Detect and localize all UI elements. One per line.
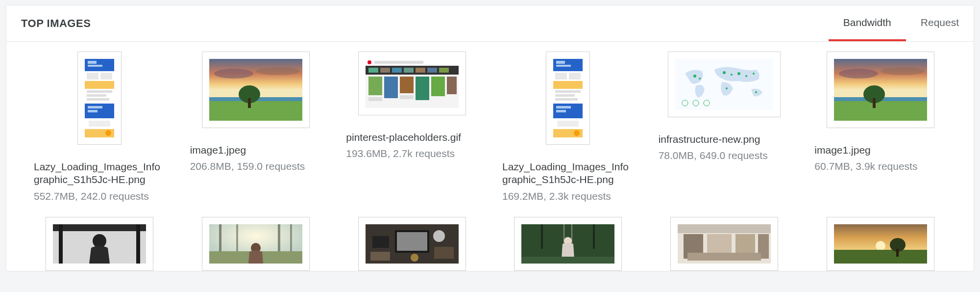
thumbnail-svg-girl-sun [209, 224, 302, 264]
svg-rect-86 [136, 224, 140, 264]
image-filename: Lazy_Loading_Images_Infographic_S1h5Jc-H… [502, 160, 634, 186]
image-card[interactable] [190, 217, 322, 271]
svg-rect-53 [555, 90, 581, 93]
image-filename: pinterest-placeholders.gif [346, 131, 478, 144]
svg-rect-98 [372, 236, 389, 248]
svg-rect-91 [278, 224, 280, 253]
svg-rect-60 [557, 121, 579, 127]
svg-point-87 [93, 234, 106, 248]
image-card[interactable]: pinterest-placeholders.gif 193.6MB, 2.7k… [346, 52, 478, 202]
image-card[interactable]: Lazy_Loading_Images_Infographic_S1h5Jc-H… [34, 52, 166, 202]
svg-rect-92 [290, 224, 292, 251]
image-card[interactable] [659, 217, 790, 271]
tab-bandwidth[interactable]: Bandwidth [829, 5, 906, 41]
image-grid: Lazy_Loading_Images_Infographic_S1h5Jc-H… [6, 42, 974, 271]
svg-rect-30 [368, 68, 378, 73]
image-filename: infrastructure-new.png [659, 133, 790, 146]
svg-rect-49 [555, 73, 567, 80]
svg-rect-35 [427, 68, 437, 73]
thumbnail-svg-desk [366, 224, 459, 264]
svg-rect-31 [380, 68, 390, 73]
image-stats: 60.7MB, 3.9k requests [814, 160, 917, 172]
thumbnail-svg-tall-page [85, 59, 114, 137]
svg-rect-82 [873, 98, 876, 108]
svg-rect-12 [88, 106, 102, 108]
tab-request[interactable]: Request [906, 5, 974, 41]
thumbnail-svg-swing [521, 224, 614, 264]
svg-rect-34 [416, 68, 425, 73]
image-card[interactable] [814, 217, 946, 271]
svg-rect-28 [374, 61, 423, 64]
image-stats: 169.2MB, 2.3k requests [502, 190, 611, 202]
svg-rect-39 [400, 77, 414, 93]
thumbnail-svg-bw-child [53, 224, 146, 264]
svg-rect-116 [687, 253, 761, 261]
image-card[interactable] [346, 217, 478, 271]
thumbnail-svg-sunset-field [834, 224, 927, 264]
thumbnail-svg-pinterest [366, 59, 459, 108]
image-stats: 206.8MB, 159.0 requests [190, 160, 305, 172]
image-stats: 552.7MB, 242.0 requests [34, 190, 149, 202]
svg-point-71 [726, 87, 728, 89]
svg-point-27 [368, 60, 371, 64]
thumbnail-svg-sunset-tree [209, 59, 302, 121]
image-filename: Lazy_Loading_Images_Infographic_S1h5Jc-H… [34, 160, 166, 186]
svg-point-78 [881, 67, 925, 75]
svg-point-68 [737, 72, 740, 75]
thumbnail [668, 52, 781, 117]
image-card[interactable]: image1.jpeg 206.8MB, 159.0 requests [190, 52, 322, 202]
image-card[interactable] [34, 217, 166, 271]
svg-rect-9 [87, 94, 106, 97]
svg-point-77 [839, 69, 878, 79]
svg-point-64 [693, 75, 696, 78]
svg-rect-5 [100, 73, 112, 80]
svg-rect-44 [400, 95, 414, 99]
thumbnail-svg-world-map [675, 59, 773, 110]
svg-rect-79 [834, 98, 927, 121]
thumbnail [358, 217, 466, 271]
svg-rect-109 [521, 257, 614, 264]
svg-rect-21 [209, 98, 302, 121]
image-card[interactable]: infrastructure-new.png 78.0MB, 649.0 req… [659, 52, 790, 202]
svg-rect-85 [59, 224, 63, 264]
svg-rect-41 [431, 77, 445, 96]
thumbnail [827, 52, 934, 128]
image-card[interactable]: Lazy_Loading_Images_Infographic_S1h5Jc-H… [502, 52, 634, 202]
svg-rect-6 [85, 81, 114, 89]
tabs: Bandwidth Request [829, 5, 974, 41]
svg-point-69 [745, 75, 747, 77]
image-card[interactable] [502, 217, 634, 271]
svg-rect-47 [556, 65, 571, 67]
thumbnail [827, 217, 934, 271]
thumbnail [202, 52, 310, 128]
svg-rect-90 [236, 224, 238, 251]
svg-point-102 [411, 254, 418, 262]
svg-rect-46 [556, 61, 565, 64]
svg-rect-104 [541, 224, 543, 249]
svg-rect-10 [87, 98, 109, 101]
svg-point-62 [574, 130, 580, 136]
svg-rect-43 [368, 97, 382, 101]
svg-rect-89 [219, 224, 221, 254]
panel-title: TOP IMAGES [21, 17, 91, 30]
svg-rect-51 [553, 81, 583, 89]
thumbnail [46, 217, 153, 271]
svg-rect-4 [87, 73, 98, 80]
svg-rect-13 [88, 110, 98, 112]
svg-rect-37 [368, 77, 382, 95]
image-stats: 78.0MB, 649.0 requests [659, 150, 768, 161]
svg-point-17 [105, 130, 111, 136]
svg-point-66 [723, 71, 726, 74]
svg-point-20 [256, 67, 300, 75]
svg-rect-97 [397, 232, 427, 251]
image-card[interactable]: image1.jpeg 60.7MB, 3.9k requests [814, 52, 946, 202]
svg-rect-24 [248, 98, 251, 108]
svg-rect-58 [556, 110, 566, 112]
thumbnail [514, 217, 622, 271]
svg-rect-121 [896, 249, 899, 257]
top-images-panel: TOP IMAGES Bandwidth Request [6, 5, 974, 271]
svg-point-19 [214, 69, 253, 79]
thumbnail-svg-sunset-tree [834, 59, 927, 121]
image-filename: image1.jpeg [814, 144, 946, 157]
svg-rect-57 [556, 106, 571, 108]
